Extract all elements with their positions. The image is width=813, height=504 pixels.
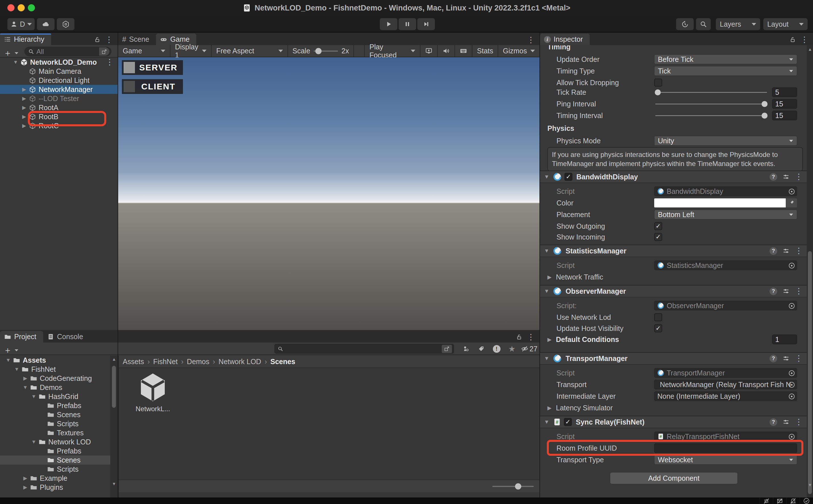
scale-slider[interactable] (314, 51, 338, 52)
update-host-visibility-checkbox[interactable]: ✓ (654, 324, 662, 332)
panel-divider[interactable] (118, 33, 118, 497)
timing-interval-field[interactable]: 15 (772, 111, 797, 120)
foldout-open-icon[interactable]: ▼ (11, 59, 20, 65)
intermediate-layer-field[interactable]: None (Intermediate Layer) (654, 391, 797, 401)
foldout-open-icon[interactable]: ▼ (30, 394, 38, 400)
object-picker-icon[interactable] (788, 433, 795, 440)
mute-bug-report-button[interactable] (760, 497, 773, 504)
close-window-button[interactable] (7, 4, 14, 11)
foldout-closed-icon[interactable]: ▶ (21, 375, 30, 381)
tree-item[interactable]: ▼FishNet (0, 365, 110, 374)
help-icon[interactable]: ? (770, 287, 777, 295)
transport-object-field[interactable]: NetworkManager (Relay Transport Fish N (654, 380, 797, 389)
latency-simulator-foldout[interactable]: ▶ Latency Simulator (547, 403, 797, 413)
hidden-items-counter[interactable]: 27 (519, 344, 539, 354)
bandwidthdisplay-component-header[interactable]: ▼ ✓ BandwidthDisplay ? ⋮ (540, 171, 807, 183)
tm-script-field[interactable]: TransportManager (654, 368, 797, 378)
timing-type-dropdown[interactable]: Tick (654, 66, 797, 76)
statisticsmanager-component-header[interactable]: ▼ StatisticsManager ? ⋮ (540, 245, 807, 257)
project-search-field[interactable] (275, 344, 454, 354)
help-icon[interactable]: ? (770, 418, 777, 426)
show-incoming-checkbox[interactable]: ✓ (654, 233, 662, 241)
tree-item[interactable]: ▼Assets (0, 356, 110, 365)
foldout-open-icon[interactable]: ▼ (4, 357, 12, 363)
presets-icon[interactable] (782, 247, 790, 255)
scene-menu-icon[interactable]: ⋮ (106, 59, 114, 65)
timing-interval-slider-knob[interactable] (762, 113, 768, 119)
object-picker-icon[interactable] (788, 262, 795, 269)
tree-item[interactable]: ▼HashGrid (0, 392, 110, 401)
inspector-scrollbar-thumb[interactable] (808, 251, 812, 494)
stats-script-field[interactable]: StatisticsManager (654, 261, 797, 270)
foldout-closed-icon[interactable]: ▶ (21, 475, 30, 481)
foldout-closed-icon[interactable]: ▶ (20, 86, 28, 93)
favorites-button[interactable]: ★ (504, 344, 519, 354)
game-view-dropdown[interactable]: Game (118, 45, 170, 57)
panel-menu-icon[interactable]: ⋮ (801, 37, 808, 43)
aspect-ratio-dropdown[interactable]: Free Aspect (212, 45, 288, 57)
play-focused-dropdown[interactable]: Play Focused (364, 45, 420, 57)
global-search-button[interactable] (696, 18, 711, 30)
timing-interval-slider[interactable] (654, 111, 768, 120)
breadcrumb-item-current[interactable]: Scenes (271, 358, 296, 366)
inspector-scrollbar[interactable]: ▲ ▼ (807, 45, 813, 497)
tree-item[interactable]: Textures (0, 428, 110, 437)
tree-item[interactable]: ▶Example (0, 474, 110, 483)
presets-icon[interactable] (782, 287, 790, 295)
component-menu-icon[interactable]: ⋮ (795, 419, 803, 425)
create-asset-button[interactable]: ＋ (3, 345, 19, 356)
tree-item[interactable]: ▼Demos (0, 383, 110, 392)
maximize-search-button[interactable] (99, 47, 109, 56)
scroll-up-icon[interactable]: ▲ (808, 47, 812, 52)
minimize-window-button[interactable] (18, 4, 25, 11)
mute-messages-button[interactable] (773, 497, 786, 504)
tree-item-selected[interactable]: Scenes (0, 455, 110, 465)
foldout-open-icon[interactable]: ▼ (544, 355, 550, 362)
panel-menu-icon[interactable]: ⋮ (527, 37, 535, 43)
tree-item[interactable]: ▶CodeGenerating (0, 374, 110, 383)
zoom-window-button[interactable] (28, 4, 35, 11)
project-tree-scrollbar-thumb[interactable] (112, 366, 116, 408)
account-dropdown[interactable]: D (7, 18, 35, 30)
update-order-dropdown[interactable]: Before Tick (654, 54, 797, 64)
bw-script-field[interactable]: BandwidthDisplay (654, 186, 797, 196)
create-object-button[interactable]: ＋ (3, 47, 19, 59)
help-icon[interactable]: ? (770, 173, 777, 181)
thumbnail-size-slider[interactable] (492, 486, 534, 487)
gizmos-dropdown[interactable]: Gizmos (498, 45, 539, 57)
search-by-type-button[interactable] (458, 344, 473, 354)
unlock-icon[interactable] (94, 36, 100, 43)
tab-inspector[interactable]: i Inspector (540, 33, 590, 45)
display-dropdown[interactable]: Display 1 (170, 45, 212, 57)
breadcrumb-item[interactable]: Network LOD (219, 358, 261, 366)
tick-rate-slider-knob[interactable] (655, 89, 661, 95)
device-simulator-button[interactable] (420, 45, 438, 57)
tree-item[interactable]: Scripts (0, 465, 110, 474)
use-network-lod-checkbox[interactable] (654, 313, 662, 321)
foldout-open-icon[interactable]: ▼ (544, 288, 550, 294)
foldout-closed-icon[interactable]: ▶ (21, 484, 30, 490)
syncrelay-component-header[interactable]: ▼ ✓ Sync Relay(FishNet) ? ⋮ (540, 416, 807, 428)
panel-menu-icon[interactable]: ⋮ (105, 37, 113, 43)
unlock-icon[interactable] (516, 334, 522, 340)
transport-type-dropdown[interactable]: Websocket (654, 455, 797, 465)
allow-tick-dropping-checkbox[interactable] (654, 79, 662, 87)
stats-button[interactable]: Stats (472, 45, 498, 57)
tab-project[interactable]: Project (0, 331, 43, 343)
mute-notifications-button[interactable] (786, 497, 800, 504)
object-picker-icon[interactable] (788, 188, 795, 195)
tree-item[interactable]: ▼Network LOD (0, 437, 110, 446)
hierarchy-item[interactable]: ▶ RootC (0, 121, 118, 130)
hierarchy-scene-row[interactable]: ▼ NetworkLOD_Demo ⋮ (0, 58, 118, 67)
project-search-input[interactable] (286, 345, 442, 353)
pause-button[interactable] (399, 18, 416, 30)
help-icon[interactable]: ? (770, 247, 777, 255)
tree-item[interactable]: Scripts (0, 419, 110, 428)
server-toggle-button[interactable]: SERVER (122, 60, 183, 75)
color-swatch[interactable] (654, 198, 786, 207)
vsync-button[interactable] (455, 45, 472, 57)
object-picker-icon[interactable] (788, 302, 795, 310)
object-picker-icon[interactable] (788, 381, 795, 389)
hierarchy-search-field[interactable] (24, 47, 111, 56)
ping-interval-slider-knob[interactable] (762, 101, 768, 107)
